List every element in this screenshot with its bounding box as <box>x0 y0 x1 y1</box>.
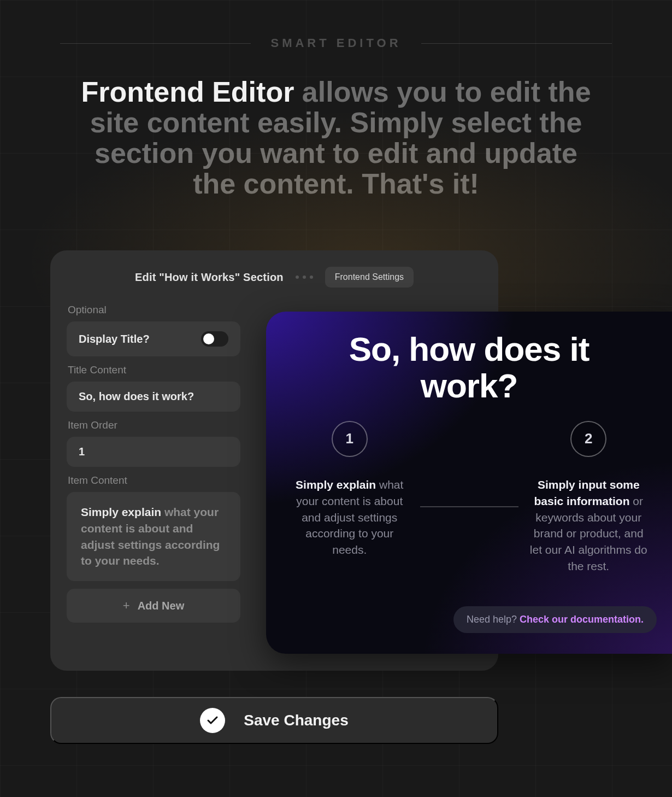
item-order-input[interactable] <box>79 446 228 458</box>
save-changes-label: Save Changes <box>244 712 348 729</box>
step-1: 1 Simply explain what your content is ab… <box>279 421 420 558</box>
step-2-badge: 2 <box>570 421 606 457</box>
headline-strong: Frontend Editor <box>81 76 294 108</box>
more-dots-icon[interactable] <box>296 276 313 279</box>
divider <box>60 43 251 44</box>
preview-card: So, how does it work? 1 Simply explain w… <box>266 312 672 654</box>
title-content-label: Title Content <box>68 364 240 376</box>
add-new-label: Add New <box>138 600 185 612</box>
step-2-text: Simply input some basic information or k… <box>528 477 650 575</box>
item-order-field[interactable] <box>67 437 240 467</box>
step-1-bold: Simply explain <box>296 478 376 491</box>
title-content-input[interactable] <box>79 390 228 403</box>
documentation-pill[interactable]: Need help? Check our documentation. <box>453 606 657 633</box>
step-2-bold: Simply input some basic information <box>534 478 639 507</box>
step-connector <box>420 506 518 507</box>
doc-link[interactable]: Check our documentation. <box>520 614 644 625</box>
panel-title: Edit "How it Works" Section <box>135 271 284 284</box>
headline: Frontend Editor allows you to edit the s… <box>76 77 596 200</box>
step-2: 2 Simply input some basic information or… <box>518 421 659 575</box>
preview-title: So, how does it work? <box>301 331 637 405</box>
display-title-label: Display Title? <box>79 333 150 345</box>
item-content-label: Item Content <box>68 474 240 487</box>
eyebrow-row: SMART EDITOR <box>0 36 672 50</box>
item-content-bold: Simply explain <box>81 506 161 518</box>
check-icon <box>200 708 225 733</box>
step-1-badge: 1 <box>332 421 368 457</box>
item-order-label: Item Order <box>68 419 240 431</box>
step-1-text: Simply explain what your content is abou… <box>289 477 410 558</box>
add-new-button[interactable]: + Add New <box>67 589 240 623</box>
display-title-toggle[interactable] <box>201 331 228 347</box>
title-content-field[interactable] <box>67 382 240 412</box>
item-content-box[interactable]: Simply explain what your content is abou… <box>67 492 240 581</box>
save-changes-button[interactable]: Save Changes <box>50 697 498 744</box>
optional-label: Optional <box>68 304 240 316</box>
form-column: Optional Display Title? Title Content It… <box>67 304 240 623</box>
frontend-settings-button[interactable]: Frontend Settings <box>325 267 414 288</box>
doc-prompt: Need help? <box>467 614 520 625</box>
divider <box>421 43 612 44</box>
eyebrow-label: SMART EDITOR <box>270 36 401 50</box>
plus-icon: + <box>123 599 130 613</box>
display-title-row: Display Title? <box>67 321 240 356</box>
panel-header: Edit "How it Works" Section Frontend Set… <box>67 267 482 288</box>
steps-row: 1 Simply explain what your content is ab… <box>279 421 659 575</box>
